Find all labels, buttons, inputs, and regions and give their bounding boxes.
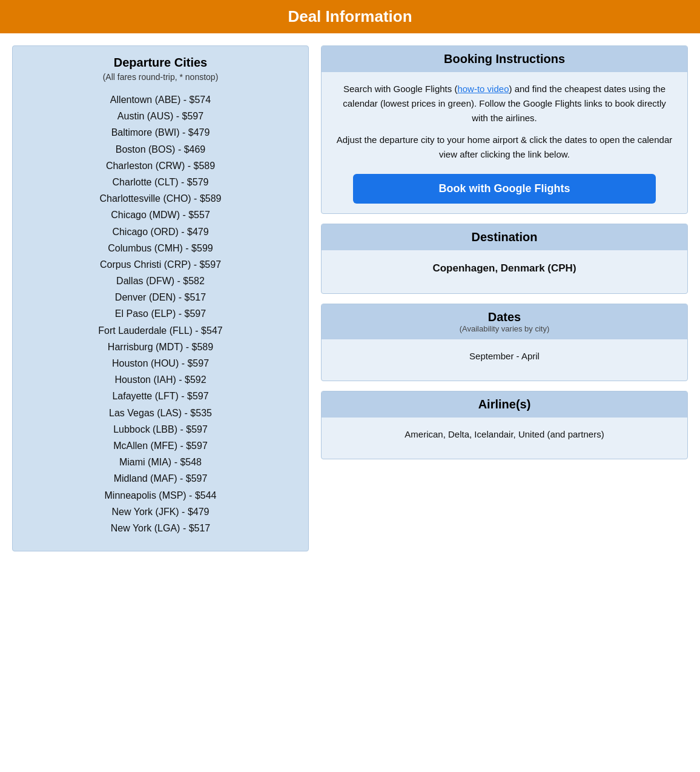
list-item: New York (LGA) - $517 [25, 520, 296, 536]
booking-text-before: Search with Google Flights ( [343, 84, 457, 94]
departure-cities-title: Departure Cities [25, 56, 296, 70]
dates-body: September - April [322, 339, 687, 381]
airlines-value: American, Delta, Icelandair, United (and… [336, 427, 673, 442]
main-content: Departure Cities (All fares round-trip, … [0, 33, 700, 564]
destination-title: Destination [331, 230, 678, 244]
list-item: El Paso (ELP) - $597 [25, 305, 296, 322]
list-item: Midland (MAF) - $597 [25, 470, 296, 487]
list-item: Austin (AUS) - $597 [25, 108, 296, 124]
airlines-title: Airline(s) [331, 398, 678, 411]
list-item: Las Vegas (LAS) - $535 [25, 405, 296, 421]
booking-instructions-title: Booking Instructions [331, 52, 678, 66]
list-item: Houston (IAH) - $592 [25, 371, 296, 388]
booking-instructions-box: Booking Instructions Search with Google … [321, 45, 688, 214]
right-column: Booking Instructions Search with Google … [321, 45, 688, 551]
list-item: Baltimore (BWI) - $479 [25, 124, 296, 141]
dates-subtitle: (Availability varies by city) [331, 324, 678, 333]
left-column: Departure Cities (All fares round-trip, … [12, 45, 309, 551]
list-item: Corpus Christi (CRP) - $597 [25, 256, 296, 273]
how-to-video-link[interactable]: how-to video [457, 84, 509, 94]
dates-header: Dates (Availability varies by city) [322, 304, 687, 339]
departure-box: Departure Cities (All fares round-trip, … [12, 45, 309, 551]
list-item: Fort Lauderdale (FLL) - $547 [25, 322, 296, 339]
list-item: Chicago (MDW) - $557 [25, 207, 296, 223]
list-item: Boston (BOS) - $469 [25, 141, 296, 158]
list-item: Charlottesville (CHO) - $589 [25, 190, 296, 207]
list-item: McAllen (MFE) - $597 [25, 438, 296, 454]
city-list: Allentown (ABE) - $574Austin (AUS) - $59… [25, 92, 296, 536]
list-item: Houston (HOU) - $597 [25, 355, 296, 371]
airlines-header: Airline(s) [322, 391, 687, 418]
list-item: New York (JFK) - $479 [25, 504, 296, 520]
destination-value: Copenhagen, Denmark (CPH) [336, 260, 673, 276]
booking-paragraph2: Adjust the departure city to your home a… [336, 133, 673, 162]
list-item: Miami (MIA) - $548 [25, 454, 296, 470]
list-item: Charlotte (CLT) - $579 [25, 174, 296, 190]
booking-paragraph1: Search with Google Flights (how-to video… [336, 82, 673, 125]
destination-body: Copenhagen, Denmark (CPH) [322, 250, 687, 293]
list-item: Chicago (ORD) - $479 [25, 224, 296, 240]
list-item: Columbus (CMH) - $599 [25, 240, 296, 256]
airlines-box: Airline(s) American, Delta, Icelandair, … [321, 391, 688, 459]
page-wrapper: Deal Information Departure Cities (All f… [0, 0, 700, 564]
destination-box: Destination Copenhagen, Denmark (CPH) [321, 224, 688, 294]
airlines-body: American, Delta, Icelandair, United (and… [322, 418, 687, 459]
book-with-google-flights-button[interactable]: Book with Google Flights [353, 174, 656, 204]
list-item: Dallas (DFW) - $582 [25, 273, 296, 289]
list-item: Allentown (ABE) - $574 [25, 92, 296, 108]
list-item: Denver (DEN) - $517 [25, 289, 296, 305]
dates-value: September - April [336, 349, 673, 364]
list-item: Charleston (CRW) - $589 [25, 158, 296, 174]
dates-title: Dates [331, 310, 678, 324]
list-item: Lubbock (LBB) - $597 [25, 421, 296, 438]
list-item: Harrisburg (MDT) - $589 [25, 339, 296, 355]
list-item: Lafayette (LFT) - $597 [25, 388, 296, 404]
page-title: Deal Information [12, 7, 688, 26]
departure-cities-subtitle: (All fares round-trip, * nonstop) [25, 72, 296, 82]
dates-box: Dates (Availability varies by city) Sept… [321, 304, 688, 381]
booking-instructions-body: Search with Google Flights (how-to video… [322, 72, 687, 213]
page-header: Deal Information [0, 0, 700, 33]
list-item: Minneapolis (MSP) - $544 [25, 487, 296, 504]
destination-header: Destination [322, 224, 687, 250]
booking-instructions-header: Booking Instructions [322, 46, 687, 72]
